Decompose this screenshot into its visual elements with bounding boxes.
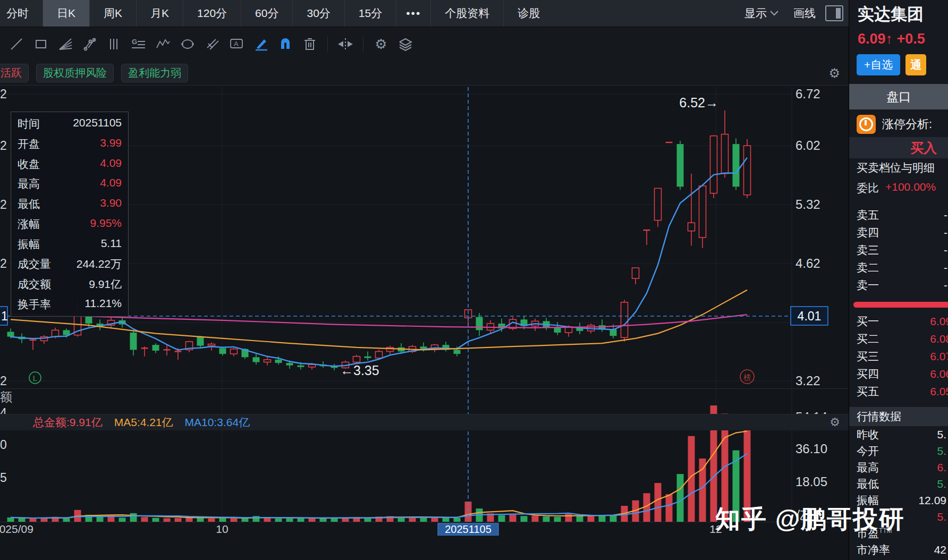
buy-level-row[interactable]: 买三6.07 — [849, 347, 948, 365]
buy-levels: 买一6.09买二6.08买三6.07买四6.06买五6.05 — [849, 312, 948, 400]
tab-120min[interactable]: 120分 — [183, 0, 241, 27]
svg-text:2: 2 — [0, 257, 7, 270]
price-change: +0.5 — [897, 31, 925, 47]
buy-level-row[interactable]: 买二6.08 — [849, 330, 948, 347]
tag-pledge-risk[interactable]: 股权质押风险 — [36, 64, 114, 82]
ellipse-tool-icon[interactable] — [175, 33, 200, 55]
tab-daily-k[interactable]: 日K — [43, 0, 90, 27]
text-label-tool-icon[interactable]: A — [224, 33, 249, 55]
display-menu-button[interactable]: 显示 — [739, 6, 784, 21]
pitchfork-tool-icon[interactable] — [78, 33, 102, 55]
volume-settings-gear-icon[interactable]: ⚙ — [830, 415, 849, 429]
quote-data-rows: 昨收5.今开5.最高6.最低5.振幅12.095.市盈TTM市净率42 — [849, 426, 948, 558]
weibi-row: 委比 +100.00% — [849, 181, 948, 196]
candle-tooltip: 时间20251105开盘3.99收盘4.09最高4.09最低3.90涨幅9.95… — [11, 112, 129, 317]
stock-name: 实达集团 — [849, 3, 948, 26]
display-label: 显示 — [744, 6, 767, 21]
svg-text:L: L — [33, 374, 37, 383]
svg-text:2: 2 — [0, 139, 7, 152]
price-value: 6.09 — [858, 31, 886, 47]
volume-ma5-label: MA5:4.21亿 — [114, 415, 173, 430]
add-watchlist-button[interactable]: +自选 — [857, 54, 900, 75]
period-tab-bar: 分时 日K 周K 月K 120分 60分 30分 15分 ••• 个股资料 诊股… — [0, 0, 849, 27]
side-panel-toggle-icon[interactable] — [825, 5, 843, 21]
svg-text:G: G — [132, 38, 137, 46]
tab-monthly-k[interactable]: 月K — [137, 0, 183, 27]
buy-action-row[interactable]: 买入 — [849, 137, 948, 158]
fan-lines-tool-icon[interactable] — [53, 33, 78, 55]
svg-text:4.01: 4.01 — [798, 309, 822, 323]
sell-level-row[interactable]: 卖二- — [849, 259, 948, 276]
trash-icon[interactable] — [298, 33, 322, 55]
hatch-tool-icon[interactable] — [200, 33, 224, 55]
tool-settings-gear-icon[interactable]: ⚙ — [369, 33, 393, 55]
quote-row: 昨收5. — [849, 426, 948, 443]
tooltip-row: 收盘4.09 — [18, 157, 122, 172]
quote-row: 今开5. — [849, 443, 948, 459]
svg-text:2: 2 — [0, 374, 7, 388]
tab-15min[interactable]: 15分 — [345, 0, 396, 27]
gann-tool-icon[interactable]: G — [126, 33, 151, 55]
limit-analysis-icon — [857, 115, 876, 134]
magnet-tool-icon[interactable] — [273, 33, 298, 55]
svg-text:3.22: 3.22 — [795, 374, 820, 388]
tooltip-row: 最低3.90 — [18, 197, 122, 211]
brush-tool-icon[interactable] — [249, 33, 273, 55]
svg-text:榜: 榜 — [743, 373, 751, 381]
layers-icon[interactable] — [393, 33, 418, 55]
buy-level-row[interactable]: 买五6.05 — [849, 383, 948, 400]
weibi-ratio-bar — [853, 302, 948, 308]
tab-weekly-k[interactable]: 周K — [90, 0, 137, 27]
crosshair-move-icon[interactable] — [333, 33, 358, 55]
volume-ma10-label: MA10:3.64亿 — [185, 415, 250, 430]
svg-text:36.10: 36.10 — [795, 442, 827, 456]
watermark: 知乎 @鹏哥投研 — [715, 503, 905, 536]
sell-level-row[interactable]: 卖一- — [849, 276, 948, 294]
weibi-label: 委比 — [857, 181, 879, 196]
svg-text:1: 1 — [1, 309, 8, 323]
tab-60min[interactable]: 60分 — [241, 0, 293, 27]
quote-data-header[interactable]: 行情数据 — [849, 407, 948, 426]
parallel-lines-tool-icon[interactable] — [102, 33, 126, 55]
tooltip-row: 开盘3.99 — [18, 137, 122, 151]
weibi-value: +100.00% — [885, 181, 936, 196]
tag-settings-gear-icon[interactable]: ⚙ — [828, 66, 849, 81]
volume-header: 总金额:9.91亿 MA5:4.21亿 MA10:3.64亿 ⚙ — [0, 414, 849, 430]
quote-row: 最低5. — [849, 476, 948, 492]
sell-level-row[interactable]: 卖五- — [849, 206, 948, 224]
buy-level-row[interactable]: 买四6.06 — [849, 365, 948, 383]
quote-row: 最高6. — [849, 459, 948, 476]
tab-timeline[interactable]: 分时 — [0, 0, 43, 27]
tab-stock-info[interactable]: 个股资料 — [431, 0, 504, 27]
chevron-down-icon — [770, 11, 778, 16]
tag-weak-profit[interactable]: 盈利能力弱 — [121, 64, 188, 82]
svg-text:2025/09: 2025/09 — [0, 523, 33, 535]
stock-tag-row: 活跃 股权质押风险 盈利能力弱 ⚙ — [0, 61, 849, 85]
sell-levels: 卖五-卖四-卖三-卖二-卖一- — [849, 206, 948, 294]
levels-title: 买卖档位与明细 — [849, 160, 948, 175]
buy-level-row[interactable]: 买一6.09 — [849, 312, 948, 330]
svg-text:6.72: 6.72 — [795, 87, 820, 101]
trendline-tool-icon[interactable] — [4, 33, 29, 55]
svg-text:18.05: 18.05 — [795, 474, 827, 489]
svg-text:20251105: 20251105 — [445, 523, 492, 535]
svg-text:←3.35: ←3.35 — [340, 363, 379, 378]
pankou-header[interactable]: 盘口 — [849, 84, 948, 109]
draw-line-button[interactable]: 画线 — [788, 6, 821, 21]
limit-up-analysis-row[interactable]: 涨停分析: — [849, 113, 948, 136]
svg-text:2: 2 — [0, 87, 7, 101]
stock-price: 6.09↑ +0.5 — [849, 31, 948, 47]
price-up-arrow-icon: ↑ — [886, 31, 893, 47]
wave-tool-icon[interactable] — [151, 33, 175, 55]
stock-app-window: 分时 日K 周K 月K 120分 60分 30分 15分 ••• 个股资料 诊股… — [0, 0, 948, 560]
tab-30min[interactable]: 30分 — [293, 0, 344, 27]
draw-line-label: 画线 — [793, 6, 816, 21]
tooltip-row: 涨幅9.95% — [18, 217, 122, 232]
sell-level-row[interactable]: 卖三- — [849, 241, 948, 259]
rectangle-tool-icon[interactable] — [29, 33, 53, 55]
tag-active[interactable]: 活跃 — [0, 64, 29, 82]
tab-diagnose[interactable]: 诊股 — [504, 0, 554, 27]
sell-level-row[interactable]: 卖四- — [849, 224, 948, 241]
svg-text:4.62: 4.62 — [795, 256, 820, 270]
more-periods-button[interactable]: ••• — [396, 0, 431, 27]
